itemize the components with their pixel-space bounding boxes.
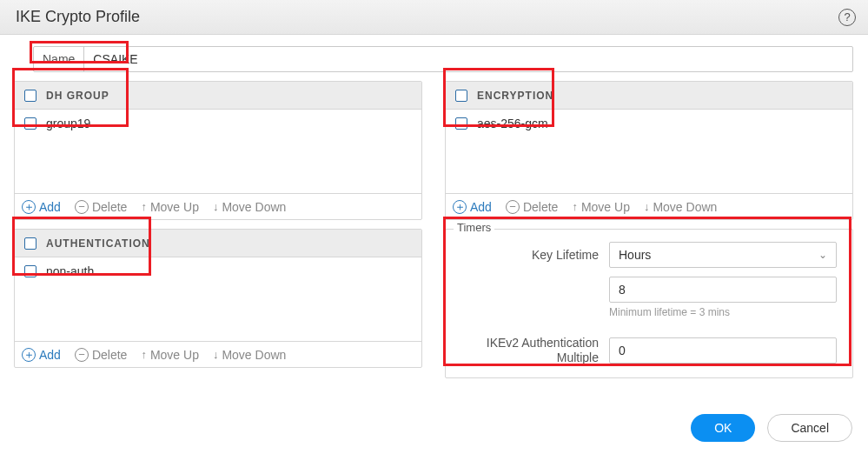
arrow-up-icon: ↑ bbox=[141, 200, 147, 213]
arrow-up-icon: ↑ bbox=[141, 348, 147, 361]
chevron-down-icon: ⌄ bbox=[818, 249, 827, 261]
authentication-header-checkbox[interactable] bbox=[24, 237, 36, 250]
dh-group-title: DH GROUP bbox=[46, 90, 109, 102]
add-button[interactable]: ＋Add bbox=[22, 200, 61, 214]
panels-grid: DH GROUP group19 ＋Add −Delete ↑Move Up ↓… bbox=[14, 81, 853, 368]
dialog-title: IKE Crypto Profile bbox=[16, 8, 140, 26]
key-lifetime-value-input[interactable]: 8 bbox=[609, 277, 837, 303]
move-down-button[interactable]: ↓Move Down bbox=[213, 348, 286, 362]
ikev2-value-input[interactable]: 0 bbox=[609, 337, 837, 364]
move-down-button[interactable]: ↓Move Down bbox=[644, 200, 717, 214]
key-lifetime-unit-select[interactable]: Hours ⌄ bbox=[609, 242, 837, 268]
arrow-down-icon: ↓ bbox=[644, 200, 650, 213]
dh-group-item-checkbox[interactable] bbox=[24, 117, 36, 130]
ike-crypto-profile-dialog: IKE Crypto Profile ? Name CSAIKE DH GROU… bbox=[0, 0, 868, 454]
plus-icon: ＋ bbox=[22, 200, 36, 214]
dialog-body: Name CSAIKE DH GROUP group19 ＋Add − bbox=[0, 35, 868, 368]
encryption-item-label: aes-256-gcm bbox=[477, 117, 548, 130]
move-up-button[interactable]: ↑Move Up bbox=[141, 348, 199, 362]
dh-group-panel: DH GROUP group19 ＋Add −Delete ↑Move Up ↓… bbox=[14, 81, 422, 220]
plus-icon: ＋ bbox=[22, 348, 36, 362]
ikev2-value: 0 bbox=[619, 344, 626, 357]
encryption-rows: aes-256-gcm bbox=[446, 110, 852, 193]
delete-button[interactable]: −Delete bbox=[75, 200, 127, 214]
encryption-header-checkbox[interactable] bbox=[455, 90, 467, 102]
key-lifetime-row: Key Lifetime Hours ⌄ bbox=[461, 242, 837, 268]
ok-button[interactable]: OK bbox=[691, 414, 755, 442]
add-button[interactable]: ＋Add bbox=[453, 200, 492, 214]
minus-icon: − bbox=[75, 348, 89, 362]
minus-icon: − bbox=[75, 200, 89, 214]
dh-group-item-label: group19 bbox=[46, 117, 90, 130]
key-lifetime-value-row: 8 Minimum lifetime = 3 mins bbox=[461, 277, 837, 327]
dh-group-toolbar: ＋Add −Delete ↑Move Up ↓Move Down bbox=[15, 193, 421, 219]
authentication-rows: non-auth bbox=[15, 257, 421, 341]
name-value: CSAIKE bbox=[84, 52, 852, 66]
arrow-up-icon: ↑ bbox=[572, 200, 578, 213]
delete-button[interactable]: −Delete bbox=[506, 200, 558, 214]
authentication-header: AUTHENTICATION bbox=[15, 230, 421, 257]
timers-panel: Timers Key Lifetime Hours ⌄ bbox=[445, 229, 853, 368]
dh-group-header-checkbox[interactable] bbox=[24, 90, 36, 102]
key-lifetime-unit-value: Hours bbox=[619, 248, 651, 262]
timers-legend: Timers bbox=[454, 221, 494, 234]
delete-button[interactable]: −Delete bbox=[75, 348, 127, 362]
list-item[interactable]: group19 bbox=[15, 110, 421, 137]
authentication-panel: AUTHENTICATION non-auth ＋Add −Delete ↑Mo… bbox=[14, 229, 422, 368]
add-button[interactable]: ＋Add bbox=[22, 348, 61, 362]
move-up-button[interactable]: ↑Move Up bbox=[572, 200, 630, 214]
dialog-header: IKE Crypto Profile ? bbox=[0, 0, 868, 35]
dh-group-header: DH GROUP bbox=[15, 82, 421, 110]
move-up-button[interactable]: ↑Move Up bbox=[141, 200, 199, 214]
ikev2-row: IKEv2 Authentication Multiple 0 bbox=[461, 336, 837, 365]
list-item[interactable]: aes-256-gcm bbox=[446, 110, 852, 137]
authentication-toolbar: ＋Add −Delete ↑Move Up ↓Move Down bbox=[15, 341, 421, 367]
move-down-button[interactable]: ↓Move Down bbox=[213, 200, 286, 214]
encryption-item-checkbox[interactable] bbox=[455, 117, 467, 130]
list-item[interactable]: non-auth bbox=[15, 257, 421, 285]
name-label: Name bbox=[34, 47, 84, 71]
dialog-footer: OK Cancel bbox=[691, 414, 852, 442]
plus-icon: ＋ bbox=[453, 200, 467, 214]
encryption-panel: ENCRYPTION aes-256-gcm ＋Add −Delete ↑Mov… bbox=[445, 81, 853, 220]
minus-icon: − bbox=[506, 200, 520, 214]
key-lifetime-value: 8 bbox=[619, 283, 626, 297]
dh-group-rows: group19 bbox=[15, 110, 421, 193]
cancel-button[interactable]: Cancel bbox=[767, 414, 852, 442]
authentication-item-checkbox[interactable] bbox=[24, 265, 36, 277]
arrow-down-icon: ↓ bbox=[213, 348, 219, 361]
authentication-item-label: non-auth bbox=[46, 264, 94, 278]
ikev2-label: IKEv2 Authentication Multiple bbox=[461, 336, 609, 365]
key-lifetime-label: Key Lifetime bbox=[461, 248, 609, 263]
encryption-header: ENCRYPTION bbox=[446, 82, 852, 110]
help-icon[interactable]: ? bbox=[838, 9, 856, 26]
name-field[interactable]: Name CSAIKE bbox=[33, 46, 853, 72]
arrow-down-icon: ↓ bbox=[213, 200, 219, 213]
key-lifetime-hint: Minimum lifetime = 3 mins bbox=[609, 306, 837, 318]
encryption-title: ENCRYPTION bbox=[477, 90, 553, 102]
encryption-toolbar: ＋Add −Delete ↑Move Up ↓Move Down bbox=[446, 193, 852, 219]
authentication-title: AUTHENTICATION bbox=[46, 237, 150, 250]
